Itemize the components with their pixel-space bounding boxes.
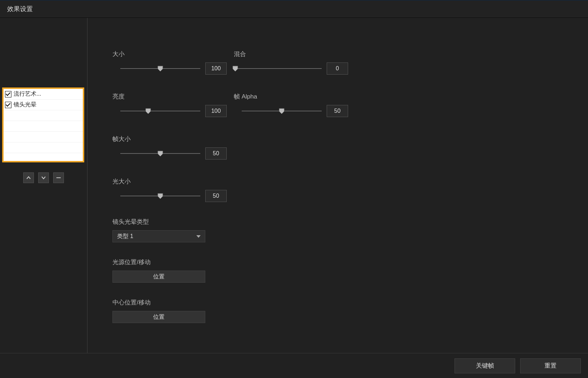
size-label: 大小: [112, 50, 227, 58]
frame-alpha-slider[interactable]: [242, 111, 322, 111]
keyframe-button[interactable]: 关键帧: [454, 358, 515, 373]
slider-thumb[interactable]: [145, 108, 151, 114]
slider-thumb[interactable]: [278, 108, 285, 114]
slider-thumb[interactable]: [157, 193, 164, 199]
button-label: 位置: [153, 273, 165, 281]
frame-size-label: 帧大小: [112, 135, 227, 143]
remove-button[interactable]: [53, 172, 64, 183]
button-label: 位置: [153, 313, 165, 321]
titlebar: 效果设置: [0, 0, 588, 18]
svg-rect-0: [56, 177, 61, 178]
flare-type-label: 镜头光晕类型: [112, 218, 574, 226]
chevron-down-icon: [41, 176, 46, 180]
blend-value[interactable]: 0: [327, 62, 348, 75]
effect-label: 镜头光晕: [14, 101, 36, 109]
frame-size-value[interactable]: 50: [205, 147, 227, 160]
chevron-down-icon: [196, 235, 201, 238]
list-buttons: [0, 172, 87, 183]
move-up-button[interactable]: [23, 172, 34, 183]
list-item[interactable]: 流行艺术...: [4, 89, 83, 100]
light-size-label: 光大小: [112, 177, 227, 186]
minus-icon: [56, 177, 61, 178]
brightness-label: 亮度: [112, 92, 227, 101]
light-size-value[interactable]: 50: [205, 190, 227, 202]
svg-marker-3: [146, 109, 151, 114]
svg-marker-2: [233, 66, 238, 71]
list-item[interactable]: 镜头光晕: [4, 100, 83, 110]
frame-alpha-label: 帧 Alpha: [234, 92, 348, 101]
light-position-control: 光源位置/移动 位置: [112, 258, 574, 283]
center-position-control: 中心位置/移动 位置: [112, 298, 574, 323]
blend-slider[interactable]: [235, 68, 322, 69]
slider-row: 50: [112, 147, 227, 160]
light-size-slider[interactable]: [120, 196, 200, 196]
dropdown-value: 类型 1: [117, 233, 133, 240]
slider-thumb[interactable]: [157, 150, 164, 157]
lower-controls: 镜头光晕类型 类型 1 光源位置/移动 位置 中心位置/移动 位置: [112, 218, 574, 323]
flare-type-dropdown[interactable]: 类型 1: [112, 230, 205, 242]
size-control: 大小 100: [112, 50, 227, 75]
brightness-value[interactable]: 100: [205, 105, 227, 117]
button-label: 重置: [544, 362, 557, 370]
brightness-control: 亮度 100: [112, 92, 227, 117]
slider-row: 50: [234, 105, 348, 117]
effect-checkbox[interactable]: [5, 102, 11, 108]
list-item: [4, 110, 83, 121]
window-title: 效果设置: [7, 5, 33, 13]
svg-marker-4: [279, 109, 284, 114]
light-position-label: 光源位置/移动: [112, 258, 574, 266]
move-down-button[interactable]: [38, 172, 49, 183]
flare-type-control: 镜头光晕类型 类型 1: [112, 218, 574, 242]
svg-marker-1: [158, 66, 163, 71]
slider-row: 50: [112, 190, 227, 202]
blend-control: 混合 0: [234, 50, 348, 75]
slider-row: 0: [234, 62, 348, 75]
slider-row: 100: [112, 62, 227, 75]
chevron-up-icon: [26, 176, 31, 180]
effect-label: 流行艺术...: [14, 90, 41, 98]
frame-size-slider[interactable]: [120, 153, 200, 154]
footer: 关键帧 重置: [0, 353, 588, 378]
center-position-label: 中心位置/移动: [112, 298, 574, 307]
left-panel: 流行艺术... 镜头光晕: [0, 18, 87, 353]
slider-row: 100: [112, 105, 227, 117]
center-position-button[interactable]: 位置: [112, 311, 205, 323]
right-panel: 大小 100 混合: [87, 18, 588, 353]
frame-alpha-value[interactable]: 50: [327, 105, 348, 117]
reset-button[interactable]: 重置: [520, 358, 581, 373]
effects-list[interactable]: 流行艺术... 镜头光晕: [2, 87, 84, 162]
size-slider[interactable]: [120, 68, 200, 69]
light-size-control: 光大小 50: [112, 177, 227, 202]
preview-area: [0, 18, 87, 87]
list-item: [4, 121, 83, 132]
size-value[interactable]: 100: [205, 62, 227, 75]
main-area: 流行艺术... 镜头光晕 大: [0, 18, 588, 353]
slider-thumb[interactable]: [157, 65, 164, 72]
svg-marker-6: [158, 193, 163, 199]
frame-size-control: 帧大小 50: [112, 135, 227, 160]
list-item: [4, 142, 83, 153]
svg-marker-5: [158, 151, 163, 156]
blend-label: 混合: [234, 50, 348, 58]
frame-alpha-control: 帧 Alpha 50: [234, 92, 348, 117]
light-position-button[interactable]: 位置: [112, 271, 205, 283]
slider-thumb[interactable]: [232, 65, 238, 72]
controls-grid: 大小 100 混合: [112, 50, 574, 202]
list-item: [4, 132, 83, 142]
effect-checkbox[interactable]: [5, 91, 11, 97]
button-label: 关键帧: [476, 362, 494, 370]
brightness-slider[interactable]: [120, 111, 200, 111]
